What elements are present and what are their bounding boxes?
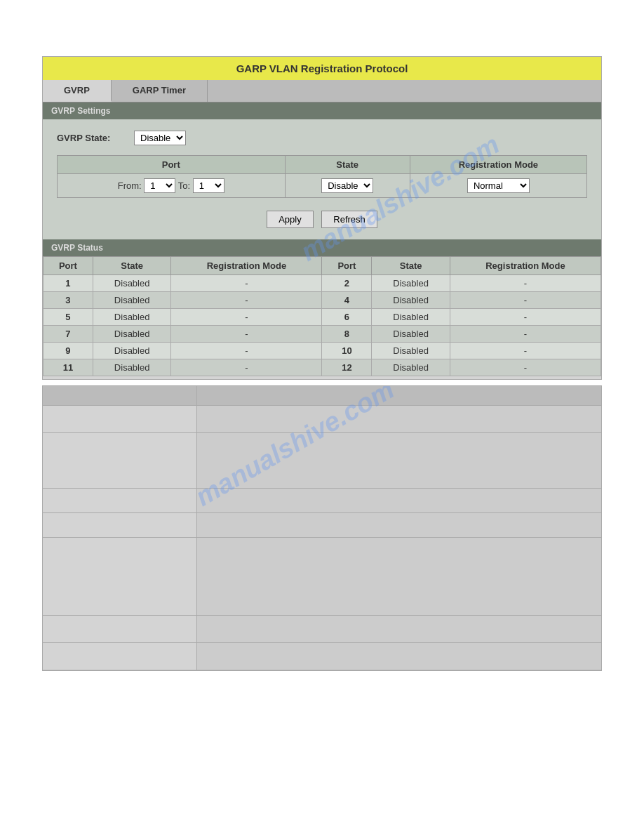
apply-row: Apply Refresh [57,205,587,232]
port2-6: 12 [322,359,372,376]
gvrp-state-row: GVRP State: Disable Enable [57,131,587,145]
status-table: Port State Registration Mode Port State … [43,256,601,376]
reg1-5: - [171,343,322,359]
reg-mode-select-cell: Normal Fixed Forbidden [410,174,586,198]
status-col-state1: State [93,257,170,275]
state1-3: Disabled [93,309,170,326]
gvrp-settings-header: GVRP Settings [43,102,601,119]
reg2-5: - [450,343,601,359]
table-row: 7 Disabled - 8 Disabled - [43,326,601,343]
col-port: Port [58,156,286,174]
from-select[interactable]: 1234 5678 9101112 [144,178,175,193]
gvrp-status-header: GVRP Status [43,239,601,256]
lower-row-8 [43,643,601,670]
col-state: State [285,156,410,174]
reg2-3: - [450,309,601,326]
reg-mode-select[interactable]: Normal Fixed Forbidden [467,178,530,193]
to-select[interactable]: 1234 5678 9101112 [193,178,224,193]
reg1-2: - [171,292,322,309]
from-label: From: [118,180,142,191]
status-col-port2: Port [322,257,372,275]
lower-row-5 [43,513,601,538]
reg1-4: - [171,326,322,343]
port1-2: 3 [43,292,93,309]
col-reg-mode: Registration Mode [410,156,586,174]
port2-4: 8 [322,326,372,343]
gvrp-state-label: GVRP State: [57,133,120,143]
table-row: 11 Disabled - 12 Disabled - [43,359,601,376]
lower-row-3 [43,433,601,489]
reg1-1: - [171,275,322,292]
port2-1: 2 [322,275,372,292]
state2-3: Disabled [372,309,450,326]
state-select[interactable]: Disable Enable [321,178,373,193]
state2-2: Disabled [372,292,450,309]
tab-bar: GVRP GARP Timer [43,80,601,102]
table-row: 5 Disabled - 6 Disabled - [43,309,601,326]
reg2-6: - [450,359,601,376]
to-label: To: [178,180,190,191]
state2-1: Disabled [372,275,450,292]
tab-garp-timer[interactable]: GARP Timer [112,80,208,102]
table-row: 1 Disabled - 2 Disabled - [43,275,601,292]
reg2-1: - [450,275,601,292]
reg1-6: - [171,359,322,376]
status-col-state2: State [372,257,450,275]
table-row: 9 Disabled - 10 Disabled - [43,343,601,359]
port1-1: 1 [43,275,93,292]
gvrp-state-select[interactable]: Disable Enable [134,131,186,145]
reg1-3: - [171,309,322,326]
port1-6: 11 [43,359,93,376]
port1-4: 7 [43,326,93,343]
state-select-cell: Disable Enable [285,174,410,198]
port-config-table: Port State Registration Mode From: 1234 … [57,155,587,198]
port1-5: 9 [43,343,93,359]
lower-row-4 [43,489,601,513]
state1-2: Disabled [93,292,170,309]
lower-section: manualshive.com [42,385,602,671]
port1-3: 5 [43,309,93,326]
lower-row-7 [43,616,601,643]
lower-row-6 [43,538,601,616]
state1-4: Disabled [93,326,170,343]
status-col-reg1: Registration Mode [171,257,322,275]
page-title: GARP VLAN Registration Protocol [43,57,601,80]
state2-6: Disabled [372,359,450,376]
state2-5: Disabled [372,343,450,359]
status-col-reg2: Registration Mode [450,257,601,275]
port2-3: 6 [322,309,372,326]
reg2-4: - [450,326,601,343]
status-col-port1: Port [43,257,93,275]
lower-header-row [43,386,601,406]
state1-5: Disabled [93,343,170,359]
port2-2: 4 [322,292,372,309]
port-range-cell: From: 1234 5678 9101112 To: 1234 5678 91… [58,174,286,198]
state1-6: Disabled [93,359,170,376]
refresh-button[interactable]: Refresh [321,211,377,228]
tab-gvrp[interactable]: GVRP [43,80,112,102]
table-row: 3 Disabled - 4 Disabled - [43,292,601,309]
reg2-2: - [450,292,601,309]
lower-row-2 [43,406,601,433]
apply-button[interactable]: Apply [267,211,314,228]
settings-area: GVRP State: Disable Enable Port State Re… [43,119,601,239]
state1-1: Disabled [93,275,170,292]
state2-4: Disabled [372,326,450,343]
port2-5: 10 [322,343,372,359]
